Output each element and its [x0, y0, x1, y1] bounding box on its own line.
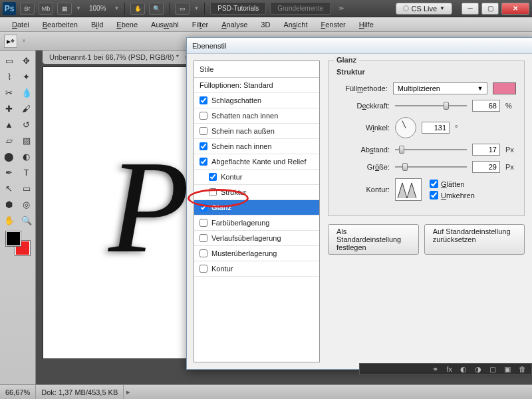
chevron-down-icon[interactable]: ▼: [21, 38, 27, 44]
chevrons-icon[interactable]: ≫: [338, 5, 344, 11]
menu-ansicht[interactable]: Ansicht: [277, 19, 314, 30]
opacity-input[interactable]: 68: [472, 100, 500, 112]
dodge-tool[interactable]: ◐: [19, 149, 35, 164]
wand-tool[interactable]: ✦: [19, 69, 35, 84]
style-schatten-innen[interactable]: Schatten nach innen: [194, 108, 319, 124]
move-tool-icon[interactable]: ▸✥: [4, 35, 17, 48]
gradient-tool[interactable]: ▨: [19, 133, 35, 148]
window-close[interactable]: ✕: [501, 3, 529, 15]
menu-hilfe[interactable]: Hilfe: [352, 19, 380, 30]
menu-fenster[interactable]: Fenster: [314, 19, 352, 30]
menu-bild[interactable]: Bild: [84, 19, 110, 30]
shape-tool[interactable]: ▭: [19, 181, 35, 196]
style-check[interactable]: [200, 234, 207, 242]
menu-datei[interactable]: Datei: [5, 19, 36, 30]
style-check[interactable]: [209, 173, 217, 181]
eraser-tool[interactable]: ▱: [1, 133, 17, 148]
fx-icon[interactable]: fx: [446, 365, 452, 373]
style-check[interactable]: [209, 188, 217, 196]
menu-auswahl[interactable]: Auswahl: [144, 19, 186, 30]
status-zoom[interactable]: 66,67%: [0, 385, 36, 399]
style-check[interactable]: [200, 265, 207, 273]
menu-filter[interactable]: Filter: [186, 19, 215, 30]
link-icon[interactable]: ⚭: [432, 365, 438, 374]
bridge-button[interactable]: Br: [20, 3, 35, 15]
reset-default-button[interactable]: Auf Standardeinstellung zurücksetzen: [424, 224, 525, 255]
heal-tool[interactable]: ✚: [1, 101, 17, 116]
folder-icon[interactable]: ▢: [489, 365, 496, 374]
dialog-titlebar[interactable]: Ebenenstil: [187, 38, 532, 54]
minibridge-button[interactable]: Mb: [39, 3, 53, 15]
new-layer-icon[interactable]: ▣: [504, 365, 511, 374]
distance-slider[interactable]: [395, 144, 467, 155]
path-tool[interactable]: ↖: [1, 181, 17, 196]
cs-live-button[interactable]: CS Live▼: [396, 3, 452, 15]
menu-bearbeiten[interactable]: Bearbeiten: [36, 19, 84, 30]
opacity-slider[interactable]: [395, 100, 467, 111]
style-check[interactable]: [200, 219, 207, 227]
contour-picker[interactable]: [395, 178, 422, 201]
style-schein-aussen[interactable]: Schein nach außen: [194, 124, 319, 139]
hand-tool[interactable]: ✋: [1, 213, 17, 227]
angle-input[interactable]: 131: [422, 122, 450, 134]
fg-color[interactable]: [6, 231, 21, 246]
angle-dial[interactable]: [395, 117, 416, 138]
stamp-tool[interactable]: ▲: [1, 117, 17, 132]
ui-button[interactable]: ▭: [175, 3, 190, 15]
blend-mode-select[interactable]: Multiplizieren▼: [393, 82, 488, 94]
style-check[interactable]: [200, 158, 207, 166]
crop-tool[interactable]: ✂: [1, 85, 17, 100]
style-struktur[interactable]: Struktur: [194, 185, 319, 200]
color-swatch[interactable]: [493, 82, 516, 94]
style-kontur[interactable]: Kontur: [194, 170, 319, 185]
styles-header[interactable]: Stile: [194, 61, 319, 78]
style-check[interactable]: [200, 96, 207, 104]
style-check[interactable]: [200, 203, 207, 211]
style-glanz[interactable]: Glanz: [194, 200, 319, 215]
hand-button[interactable]: ✋: [130, 3, 145, 15]
mask-icon[interactable]: ◐: [460, 365, 467, 374]
zoom-button[interactable]: 🔍: [149, 3, 164, 15]
3d-tool[interactable]: ⬢: [1, 197, 17, 211]
trash-icon[interactable]: 🗑: [519, 365, 526, 373]
adjustment-icon[interactable]: ◑: [475, 365, 481, 374]
eyedropper-tool[interactable]: 💧: [19, 85, 35, 100]
style-bevel[interactable]: Abgeflachte Kante und Relief: [194, 154, 319, 170]
lasso-tool[interactable]: ⌇: [1, 69, 17, 84]
style-farb[interactable]: Farbüberlagerung: [194, 215, 319, 231]
umkehren-check[interactable]: Umkehren: [430, 191, 475, 200]
style-check[interactable]: [200, 127, 207, 135]
style-check[interactable]: [200, 249, 207, 257]
move-tool[interactable]: ✥: [19, 53, 35, 68]
size-slider[interactable]: [395, 162, 467, 172]
style-schein-innen[interactable]: Schein nach innen: [194, 139, 319, 154]
triangle-icon[interactable]: ▸: [124, 388, 133, 396]
window-minimize[interactable]: ─: [462, 3, 479, 15]
status-doc[interactable]: Dok: 1,37 MB/453,5 KB: [36, 385, 124, 399]
zoom-tool[interactable]: 🔍: [19, 213, 35, 227]
set-default-button[interactable]: Als Standardeinstellung festlegen: [328, 224, 419, 255]
menu-3d[interactable]: 3D: [254, 19, 277, 30]
pen-tool[interactable]: ✒: [1, 165, 17, 180]
type-tool[interactable]: T: [19, 165, 35, 180]
workspace-tab-psd[interactable]: PSD-Tutorials: [210, 2, 266, 15]
distance-input[interactable]: 17: [472, 144, 500, 156]
camera-tool[interactable]: ◎: [19, 197, 35, 211]
style-muster[interactable]: Musterüberlagerung: [194, 246, 319, 261]
menu-ebene[interactable]: Ebene: [110, 19, 144, 30]
window-maximize[interactable]: ▢: [481, 3, 499, 15]
menu-analyse[interactable]: Analyse: [215, 19, 254, 30]
style-check[interactable]: [200, 112, 207, 120]
color-swatches[interactable]: [6, 231, 30, 255]
size-input[interactable]: 29: [472, 161, 500, 173]
blur-tool[interactable]: ⬤: [1, 149, 17, 164]
marquee-tool[interactable]: ▭: [1, 53, 17, 68]
fill-options[interactable]: Fülloptionen: Standard: [194, 78, 319, 93]
style-check[interactable]: [200, 142, 207, 150]
view-button[interactable]: ▦: [57, 3, 72, 15]
brush-tool[interactable]: 🖌: [19, 101, 35, 116]
zoom-level[interactable]: 100%: [89, 5, 106, 12]
history-brush-tool[interactable]: ↺: [19, 117, 35, 132]
style-kontur2[interactable]: Kontur: [194, 261, 319, 277]
glaetten-check[interactable]: Glätten: [430, 180, 475, 188]
